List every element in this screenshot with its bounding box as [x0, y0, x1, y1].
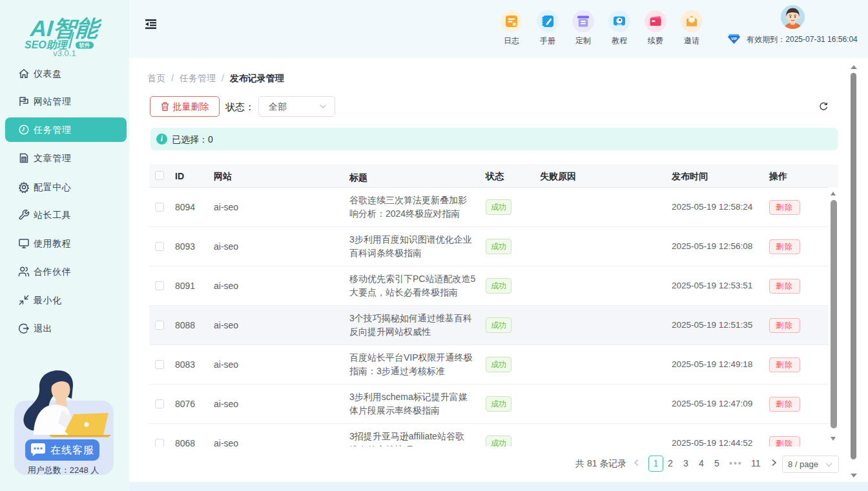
svg-text:软件: 软件 — [79, 42, 91, 48]
svg-text:VIP: VIP — [731, 37, 737, 41]
svg-text:AI智能: AI智能 — [29, 15, 103, 41]
svg-text:W: W — [23, 157, 26, 161]
